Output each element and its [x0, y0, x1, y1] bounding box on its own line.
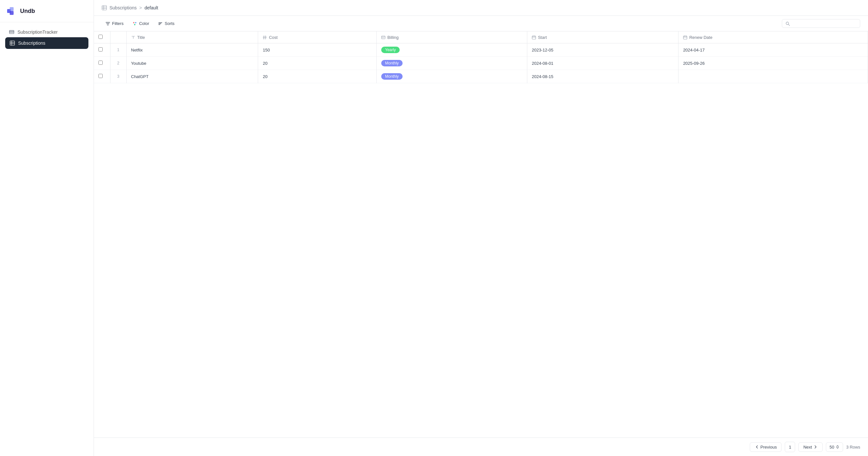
current-page: 1 [785, 442, 795, 452]
sort-icon [158, 21, 163, 26]
logo-text: Undb [20, 8, 35, 14]
color-icon [132, 21, 137, 26]
next-button[interactable]: Next [798, 443, 823, 452]
header-select [94, 31, 110, 43]
row-checkbox[interactable] [98, 74, 103, 78]
chevron-updown-icon [836, 445, 839, 449]
table-header-row: Title Cost [94, 31, 868, 43]
database-icon [9, 29, 14, 35]
row-checkbox-cell [94, 70, 110, 83]
breadcrumb: Subscriptions > default [94, 0, 868, 16]
svg-rect-11 [102, 5, 106, 10]
sidebar-db-section: SubscriptionTracker Subscriptions [0, 22, 94, 54]
sidebar-item-subscriptions[interactable]: Subscriptions [5, 37, 88, 49]
svg-rect-2 [10, 11, 13, 15]
previous-button[interactable]: Previous [750, 443, 782, 452]
filters-label: Filters [112, 21, 123, 26]
header-title: Title [126, 31, 258, 43]
billing-badge: Yearly [381, 47, 400, 53]
sidebar: Undb SubscriptionTracker Subscriptions [0, 0, 94, 456]
row-checkbox-cell [94, 43, 110, 57]
cell-start[interactable]: 2024-08-01 [527, 57, 678, 70]
cell-renew-date[interactable]: 2024-04-17 [679, 43, 868, 57]
cell-title[interactable]: ChatGPT [126, 70, 258, 83]
header-row-num [110, 31, 126, 43]
data-table: Title Cost [94, 31, 868, 83]
sorts-button[interactable]: Sorts [154, 19, 178, 28]
chevron-left-icon [755, 445, 759, 449]
sidebar-item-label: Subscriptions [18, 40, 45, 45]
hash-column-icon [263, 35, 267, 39]
svg-rect-4 [9, 30, 14, 34]
cell-title[interactable]: Youtube [126, 57, 258, 70]
svg-line-26 [264, 36, 264, 39]
row-checkbox-cell [94, 57, 110, 70]
per-page-value: 50 [830, 445, 834, 450]
cell-cost[interactable]: 150 [258, 43, 377, 57]
cell-cost[interactable]: 20 [258, 57, 377, 70]
cell-title[interactable]: Netflix [126, 43, 258, 57]
billing-badge: Monthly [381, 60, 403, 66]
pagination-footer: Previous 1 Next 50 3 Rows [94, 437, 868, 456]
billing-badge: Monthly [381, 73, 403, 80]
undb-logo-icon [6, 6, 17, 16]
sorts-label: Sorts [164, 21, 174, 26]
svg-rect-33 [532, 36, 536, 39]
start-calendar-icon [532, 35, 536, 39]
table-row: 2Youtube20Monthly2024-08-012025-09-26 [94, 57, 868, 70]
per-page-selector[interactable]: 50 [826, 443, 843, 452]
search-input[interactable] [792, 21, 857, 26]
sidebar-db-item[interactable]: SubscriptionTracker [5, 27, 88, 37]
filters-button[interactable]: Filters [102, 19, 127, 28]
chevron-right-icon [813, 445, 818, 449]
cell-renew-date[interactable] [679, 70, 868, 83]
cell-renew-date[interactable]: 2025-09-26 [679, 57, 868, 70]
breadcrumb-current: default [145, 5, 158, 10]
search-box[interactable] [782, 19, 860, 28]
table-row: 1Netflix150Yearly2023-12-052024-04-17 [94, 43, 868, 57]
svg-rect-30 [381, 36, 385, 39]
row-checkbox[interactable] [98, 61, 103, 65]
row-number: 3 [110, 70, 126, 83]
header-cost: Cost [258, 31, 377, 43]
svg-line-27 [265, 36, 266, 39]
filter-icon [105, 21, 110, 26]
row-number: 1 [110, 43, 126, 57]
svg-point-20 [134, 24, 135, 25]
cell-billing[interactable]: Yearly [377, 43, 527, 57]
color-label: Color [139, 21, 149, 26]
rows-label: 3 Rows [846, 445, 860, 450]
toolbar: Filters Color Sorts [94, 16, 868, 31]
cell-billing[interactable]: Monthly [377, 57, 527, 70]
row-checkbox[interactable] [98, 47, 103, 52]
svg-rect-7 [10, 41, 14, 45]
renew-calendar-icon [683, 35, 687, 39]
cell-start[interactable]: 2024-08-15 [527, 70, 678, 83]
data-table-container: Title Cost [94, 31, 868, 437]
sidebar-db-name: SubscriptionTracker [18, 29, 58, 35]
logo-area: Undb [0, 0, 94, 22]
text-column-icon [131, 35, 135, 39]
cell-cost[interactable]: 20 [258, 70, 377, 83]
next-label: Next [803, 445, 812, 450]
header-start: Start [527, 31, 678, 43]
header-billing: Billing [377, 31, 527, 43]
svg-line-25 [789, 24, 790, 26]
breadcrumb-table-icon [102, 5, 107, 10]
color-button[interactable]: Color [129, 19, 153, 28]
cell-billing[interactable]: Monthly [377, 70, 527, 83]
previous-label: Previous [761, 445, 777, 450]
main-content: Subscriptions > default Filters Color [94, 0, 868, 456]
search-icon [785, 21, 790, 26]
row-number: 2 [110, 57, 126, 70]
svg-rect-1 [10, 7, 13, 11]
breadcrumb-separator: > [139, 5, 142, 10]
billing-column-icon [381, 35, 385, 39]
cell-start[interactable]: 2023-12-05 [527, 43, 678, 57]
header-renew-date: Renew Date [679, 31, 868, 43]
svg-point-24 [786, 22, 789, 25]
svg-point-19 [135, 22, 136, 23]
breadcrumb-parent[interactable]: Subscriptions [110, 5, 137, 10]
select-all-checkbox[interactable] [98, 35, 103, 39]
svg-rect-37 [683, 36, 687, 39]
